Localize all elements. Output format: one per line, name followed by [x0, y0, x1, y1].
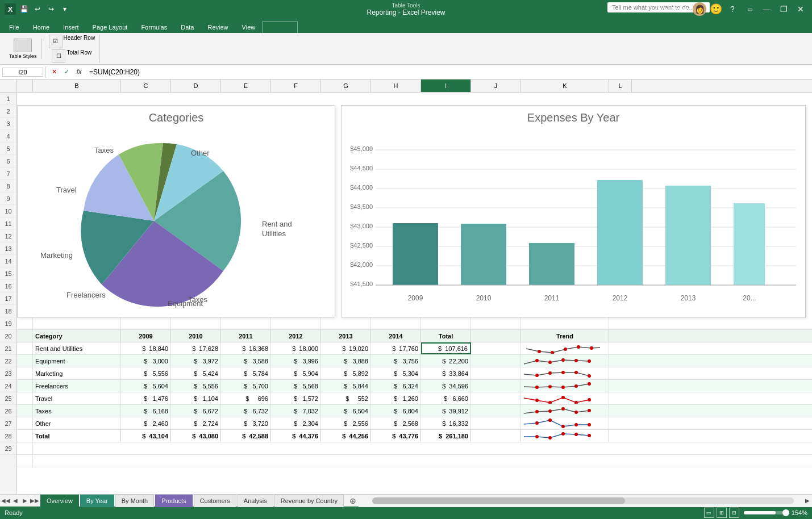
sheet-tab-by-year[interactable]: By Year: [80, 495, 114, 507]
ribbon-tabs[interactable]: File Home Insert Page Layout Formulas Da…: [0, 18, 812, 33]
bar-chart[interactable]: Expenses By Year $45,000 $44,500 $44,000…: [341, 105, 806, 317]
cell-26-trend: [521, 417, 609, 429]
header-row-check[interactable]: ☑: [49, 35, 63, 48]
col-header-B[interactable]: B: [33, 79, 121, 92]
svg-point-30: [561, 358, 565, 362]
sheet-tab-analysis[interactable]: Analysis: [238, 495, 273, 507]
svg-point-23: [538, 350, 541, 353]
ribbon: Table Styles ☑ Header Row ☐ Total Row: [0, 33, 812, 65]
help-button[interactable]: ?: [726, 2, 739, 16]
cell-23-2010: $ 5,556: [171, 380, 221, 392]
tab-last-button[interactable]: ▶▶: [30, 496, 39, 505]
tab-first-button[interactable]: ◀◀: [1, 496, 10, 505]
tab-page-layout[interactable]: Page Layout: [86, 22, 135, 33]
col-header-L[interactable]: L: [609, 79, 632, 92]
table-row-marketing[interactable]: Marketing $ 5,556 $ 5,424 $ 5,784 $ 5,90…: [17, 367, 812, 380]
col-header-A[interactable]: [17, 79, 33, 92]
bar-2013: [665, 186, 711, 285]
table-total-row: Total $ 43,104 $ 43,080 $ 42,588 $ 44,37…: [17, 430, 812, 442]
page-break-view-button[interactable]: ⊟: [729, 508, 739, 518]
col-header-E[interactable]: E: [221, 79, 271, 92]
col-header-H[interactable]: H: [371, 79, 421, 92]
cell-20-trend: [521, 342, 609, 354]
cell-20-total[interactable]: $ 107,616: [421, 342, 471, 354]
svg-point-43: [535, 399, 539, 402]
tab-insert[interactable]: Insert: [56, 22, 86, 33]
close-button[interactable]: ✕: [794, 2, 807, 16]
header-row-label: Header Row: [64, 35, 95, 48]
tab-view[interactable]: View: [235, 22, 263, 33]
cell-26-blank: [471, 417, 521, 429]
zoom-slider-thumb[interactable]: [782, 509, 789, 516]
svg-point-28: [535, 359, 539, 362]
tab-formulas[interactable]: Formulas: [134, 22, 174, 33]
row-num-24: 24: [0, 380, 16, 392]
zoom-level: 154%: [792, 509, 807, 516]
col-header-K[interactable]: K: [521, 79, 609, 92]
sheet-tab-products[interactable]: Products: [155, 495, 192, 507]
col-header-F[interactable]: F: [271, 79, 321, 92]
cell-reference-input[interactable]: [2, 68, 43, 77]
table-row-travel[interactable]: Travel $ 1,476 $ 1,104 $ 696 $ 1,572 $ 5…: [17, 392, 812, 405]
tab-data[interactable]: Data: [174, 22, 201, 33]
sheet-tab-customers[interactable]: Customers: [194, 495, 236, 507]
horizontal-scrollbar[interactable]: ▶: [359, 495, 812, 507]
cell-23-2014: $ 6,324: [371, 380, 421, 392]
undo-button[interactable]: ↩: [32, 3, 43, 15]
user-avatar[interactable]: 👩: [693, 2, 706, 16]
tab-file[interactable]: File: [2, 22, 26, 33]
normal-view-button[interactable]: ▭: [704, 508, 714, 518]
cell-24-2014: $ 1,260: [371, 392, 421, 404]
sheet-tab-overview[interactable]: Overview: [40, 495, 79, 507]
tab-nav-buttons[interactable]: ◀◀ ◀ ▶ ▶▶: [0, 496, 40, 505]
restore-button[interactable]: ❐: [777, 2, 790, 16]
tab-design[interactable]: Design: [262, 21, 298, 33]
svg-point-27: [590, 346, 593, 350]
svg-point-38: [535, 386, 539, 389]
col-header-C[interactable]: C: [121, 79, 171, 92]
customize-button[interactable]: ▾: [59, 3, 70, 15]
redo-button[interactable]: ↪: [45, 3, 57, 15]
insert-function-icon[interactable]: fx: [73, 66, 85, 78]
quick-access-toolbar[interactable]: X 💾 ↩ ↪ ▾: [5, 3, 70, 15]
save-button[interactable]: 💾: [18, 3, 30, 15]
table-style-1[interactable]: [14, 39, 32, 52]
tab-home[interactable]: Home: [26, 22, 56, 33]
cell-20-2014: $ 17,760: [371, 342, 421, 354]
total-row-check[interactable]: ☐: [52, 49, 65, 63]
minimize-button[interactable]: —: [760, 2, 773, 16]
scroll-right-button[interactable]: ▶: [805, 497, 810, 504]
col-header-D[interactable]: D: [171, 79, 221, 92]
sheet-tab-by-month[interactable]: By Month: [115, 495, 154, 507]
cell-26-2010: $ 2,724: [171, 417, 221, 429]
cell-24-trend: [521, 392, 609, 404]
col-header-G[interactable]: G: [321, 79, 371, 92]
svg-point-57: [588, 423, 591, 426]
cells-area[interactable]: Categories: [17, 93, 812, 494]
confirm-formula-icon[interactable]: ✓: [61, 66, 72, 78]
pie-chart[interactable]: Categories: [17, 105, 335, 317]
sheet-tab-revenue[interactable]: Revenue by Country: [274, 495, 344, 507]
cell-22-2012: $ 5,904: [271, 367, 321, 379]
table-row-rent[interactable]: Rent and Utilities $ 18,840 $ 17,628 $ 1…: [17, 342, 812, 355]
table-row-other[interactable]: Other $ 2,460 $ 2,724 $ 3,720 $ 2,304 $ …: [17, 417, 812, 430]
cell-total-blank: [471, 430, 521, 442]
cell-22-blank: [471, 367, 521, 379]
page-layout-view-button[interactable]: ⊞: [717, 508, 727, 518]
tab-prev-button[interactable]: ◀: [11, 496, 20, 505]
add-sheet-button[interactable]: ⊕: [347, 495, 359, 507]
formula-input[interactable]: [87, 67, 810, 77]
ribbon-toggle-button[interactable]: ▭: [743, 2, 756, 16]
table-row-taxes[interactable]: Taxes $ 6,168 $ 6,672 $ 6,732 $ 7,032 $ …: [17, 405, 812, 417]
col-header-I[interactable]: I: [421, 79, 471, 92]
zoom-controls[interactable]: 154%: [744, 509, 807, 516]
table-row-freelancers[interactable]: Freelancers $ 5,604 $ 5,556 $ 5,700 $ 5,…: [17, 380, 812, 392]
table-row-equipment[interactable]: Equipment $ 3,000 $ 3,972 $ 3,588 $ 3,99…: [17, 355, 812, 367]
view-buttons[interactable]: ▭ ⊞ ⊟: [704, 508, 739, 518]
cancel-formula-icon[interactable]: ✕: [48, 66, 60, 78]
cell-total-2010: $ 43,080: [171, 430, 221, 442]
col-header-J[interactable]: J: [471, 79, 521, 92]
tab-review[interactable]: Review: [201, 22, 235, 33]
tab-next-button[interactable]: ▶: [20, 496, 30, 505]
label-rent: Rent and: [262, 220, 292, 228]
